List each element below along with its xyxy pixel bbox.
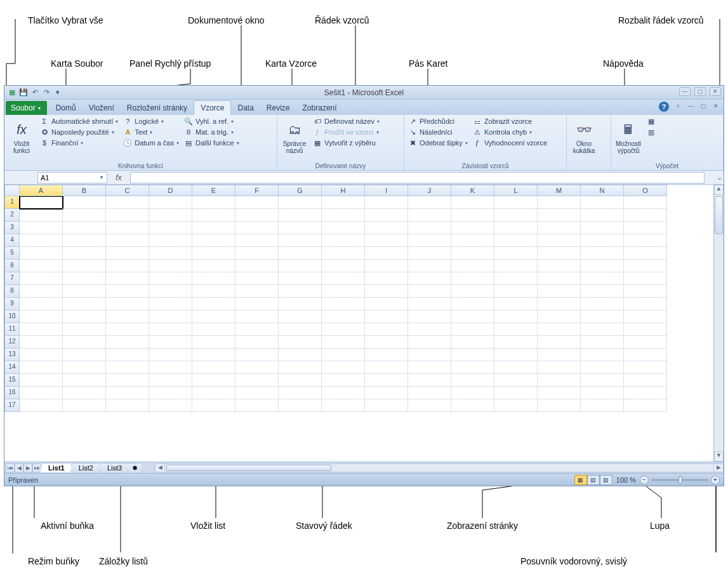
- cell[interactable]: [365, 310, 408, 323]
- cell[interactable]: [624, 349, 667, 361]
- cell[interactable]: [538, 374, 581, 387]
- cell[interactable]: [279, 387, 322, 399]
- cell[interactable]: [149, 310, 192, 323]
- cell[interactable]: [365, 209, 408, 222]
- qat-customize-icon[interactable]: ▾: [53, 88, 63, 98]
- cell[interactable]: [408, 222, 451, 234]
- zoom-in-button[interactable]: +: [711, 476, 720, 484]
- cell[interactable]: [149, 285, 192, 298]
- cell[interactable]: [279, 260, 322, 272]
- cell[interactable]: [235, 387, 279, 399]
- cell[interactable]: [624, 374, 667, 387]
- normal-view-button[interactable]: ▦: [574, 475, 587, 485]
- text-button[interactable]: AText: [122, 127, 180, 137]
- cell[interactable]: [279, 349, 322, 361]
- row-header[interactable]: 17: [4, 399, 20, 412]
- cell[interactable]: [581, 247, 624, 260]
- cell[interactable]: [538, 310, 581, 323]
- cell[interactable]: [63, 247, 106, 260]
- cell[interactable]: [235, 285, 279, 298]
- cell[interactable]: [581, 399, 624, 412]
- row-header[interactable]: 5: [4, 247, 20, 260]
- cell[interactable]: [494, 285, 538, 298]
- cell[interactable]: [235, 247, 279, 260]
- cell[interactable]: [149, 209, 192, 222]
- cell[interactable]: [494, 374, 538, 387]
- cell[interactable]: [322, 196, 365, 209]
- cell[interactable]: [192, 272, 235, 285]
- financial-button[interactable]: $Finanční: [39, 138, 119, 148]
- cell[interactable]: [322, 272, 365, 285]
- cell[interactable]: [494, 247, 538, 260]
- cell[interactable]: [322, 374, 365, 387]
- cell[interactable]: [494, 361, 538, 374]
- cell[interactable]: [279, 247, 322, 260]
- row-header[interactable]: 3: [4, 222, 20, 234]
- ribbon-minimize-icon[interactable]: ▿: [673, 102, 683, 110]
- cell[interactable]: [581, 336, 624, 349]
- cell[interactable]: [192, 361, 235, 374]
- cell[interactable]: [624, 323, 667, 336]
- cell[interactable]: [624, 272, 667, 285]
- cell[interactable]: [235, 349, 279, 361]
- zoom-out-button[interactable]: −: [640, 476, 649, 484]
- cell[interactable]: [322, 298, 365, 310]
- zoom-thumb[interactable]: [678, 476, 682, 484]
- cell[interactable]: [106, 260, 149, 272]
- cell[interactable]: [494, 260, 538, 272]
- cell[interactable]: [322, 234, 365, 247]
- formula-bar[interactable]: [130, 172, 705, 183]
- mdi-minimize-icon[interactable]: —: [685, 102, 696, 110]
- redo-icon[interactable]: ↷: [41, 88, 51, 98]
- cell[interactable]: [279, 310, 322, 323]
- col-header-E[interactable]: E: [192, 185, 235, 196]
- cell[interactable]: [63, 374, 106, 387]
- col-header-I[interactable]: I: [365, 185, 408, 196]
- row-header[interactable]: 7: [4, 272, 20, 285]
- cell[interactable]: [149, 387, 192, 399]
- cell[interactable]: [279, 272, 322, 285]
- cell[interactable]: [365, 196, 408, 209]
- cell[interactable]: [624, 196, 667, 209]
- cell[interactable]: [20, 387, 63, 399]
- cell[interactable]: [451, 336, 494, 349]
- cell[interactable]: [581, 323, 624, 336]
- cell[interactable]: [365, 222, 408, 234]
- cell[interactable]: [494, 298, 538, 310]
- scroll-down-icon[interactable]: ▼: [714, 451, 724, 462]
- cell[interactable]: [279, 361, 322, 374]
- cell[interactable]: [408, 349, 451, 361]
- cell[interactable]: [192, 260, 235, 272]
- cell[interactable]: [581, 349, 624, 361]
- cell[interactable]: [63, 298, 106, 310]
- name-manager-button[interactable]: 🗂 Správce názvů: [280, 116, 309, 158]
- cell[interactable]: [192, 387, 235, 399]
- cell[interactable]: [581, 387, 624, 399]
- cell[interactable]: [322, 399, 365, 412]
- cell[interactable]: [192, 196, 235, 209]
- cell[interactable]: [322, 323, 365, 336]
- cell[interactable]: [20, 361, 63, 374]
- cell[interactable]: [624, 387, 667, 399]
- cell[interactable]: [235, 196, 279, 209]
- cell[interactable]: [408, 209, 451, 222]
- cell[interactable]: [408, 310, 451, 323]
- col-header-O[interactable]: O: [624, 185, 667, 196]
- calculation-options-button[interactable]: 🖩 Možnosti výpočtů: [614, 116, 643, 158]
- cell[interactable]: [451, 399, 494, 412]
- cell[interactable]: [20, 222, 63, 234]
- cell[interactable]: [408, 298, 451, 310]
- datetime-button[interactable]: 🕓Datum a čas: [122, 138, 180, 148]
- cell[interactable]: [279, 209, 322, 222]
- cell[interactable]: [106, 234, 149, 247]
- cell[interactable]: [149, 399, 192, 412]
- row-header[interactable]: 16: [4, 387, 20, 399]
- cell[interactable]: [235, 374, 279, 387]
- tab-data[interactable]: Data: [231, 101, 260, 115]
- col-header-G[interactable]: G: [279, 185, 322, 196]
- cell[interactable]: [63, 209, 106, 222]
- fx-label[interactable]: fx: [107, 173, 130, 182]
- cell[interactable]: [235, 209, 279, 222]
- cell[interactable]: [322, 310, 365, 323]
- row-header[interactable]: 4: [4, 234, 20, 247]
